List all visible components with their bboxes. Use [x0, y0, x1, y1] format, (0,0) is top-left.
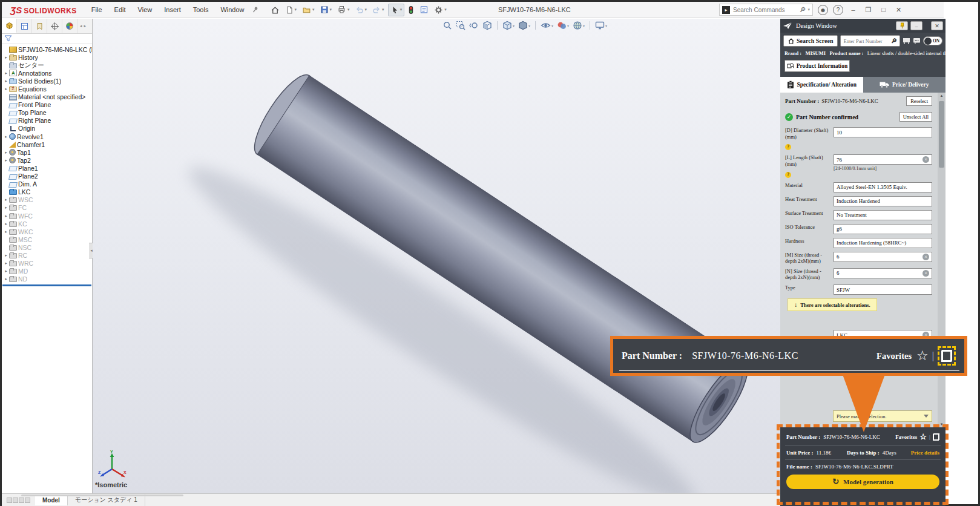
new-document-button[interactable]: ▾: [283, 4, 299, 16]
bookmark-board-icon[interactable]: [903, 38, 910, 45]
section-view-icon[interactable]: [482, 21, 492, 30]
reselect-button[interactable]: Reselect: [906, 96, 932, 106]
expand-arrow-icon[interactable]: ▸: [3, 150, 9, 155]
tree-item-plane2[interactable]: Plane2: [2, 172, 92, 180]
search-icon[interactable]: 🔎︎: [891, 38, 897, 44]
field-input[interactable]: Alloyed Steel-EN 1.3505 Equiv.: [834, 182, 932, 192]
callout-copy-icon[interactable]: [941, 350, 952, 362]
tab-configuration-manager[interactable]: [32, 19, 47, 33]
field-input[interactable]: 76×: [834, 154, 932, 165]
clear-icon[interactable]: ×: [922, 270, 929, 277]
edit-appearance-icon[interactable]: ▾: [557, 21, 569, 30]
search-screen-button[interactable]: Search Screen: [783, 35, 838, 47]
tree-item-origin[interactable]: Origin: [2, 125, 92, 133]
menu-edit[interactable]: Edit: [110, 4, 131, 15]
tree-item-nd[interactable]: ▸ND: [2, 275, 92, 283]
tree-item-[interactable]: センター: [2, 61, 92, 69]
panel-pin-button[interactable]: [896, 21, 908, 30]
expand-arrow-icon[interactable]: ▸: [3, 158, 9, 163]
apply-scene-icon[interactable]: ▾: [573, 21, 585, 30]
tab-scroll-left-icon[interactable]: ◂: [80, 24, 82, 28]
tree-item-wsc[interactable]: ▸WSC: [2, 196, 92, 204]
help-icon[interactable]: ?: [833, 5, 843, 15]
search-icon[interactable]: 🔎︎: [799, 6, 806, 13]
tree-item-history[interactable]: ▸History: [2, 53, 92, 61]
product-information-button[interactable]: Product Information: [784, 60, 850, 72]
split-controls[interactable]: [7, 498, 30, 503]
select-cursor-button[interactable]: ▾: [388, 4, 405, 16]
graphics-viewport[interactable]: ▾ ▾ ▾ ▾ ▾ ▾ Y X Z *Isometric: [93, 19, 780, 493]
expand-arrow-icon[interactable]: ▸: [3, 222, 9, 226]
home-button[interactable]: [269, 4, 281, 16]
tree-item-kc[interactable]: ▸KC: [2, 220, 92, 228]
print-button[interactable]: ▾: [335, 4, 352, 16]
field-input[interactable]: SFJW: [834, 284, 932, 295]
previous-view-icon[interactable]: [469, 21, 479, 30]
tree-item-sfjw10-76-m6-n6-lkc-default-def[interactable]: SFJW10-76-M6-N6-LKC (Default) <<Def: [2, 45, 92, 53]
tree-item-wrc[interactable]: ▸WRC: [2, 260, 92, 268]
display-style-icon[interactable]: ▾: [518, 21, 530, 30]
tree-filter-row[interactable]: [2, 34, 92, 44]
panel-close-button[interactable]: ✕: [931, 21, 943, 30]
expand-arrow-icon[interactable]: ▸: [3, 214, 9, 218]
expand-arrow-icon[interactable]: ▸: [3, 134, 9, 139]
redo-button[interactable]: ▾: [370, 4, 386, 16]
field-input[interactable]: Induction Hardened: [834, 196, 932, 206]
tree-item-top-plane[interactable]: Top Plane: [2, 109, 92, 117]
zoom-area-icon[interactable]: [456, 21, 465, 30]
hide-show-items-icon[interactable]: ▾: [541, 21, 553, 30]
command-search[interactable]: ▸ 🔎︎ ▾: [719, 4, 813, 16]
close-button[interactable]: ✕: [893, 5, 904, 15]
tree-item-solid-bodies-1[interactable]: ▸Solid Bodies(1): [2, 77, 92, 85]
rollback-bar[interactable]: [2, 284, 91, 286]
zoom-fit-icon[interactable]: [442, 21, 452, 30]
tab-display-manager[interactable]: [62, 19, 77, 33]
tab-scroll-right-icon[interactable]: ▸: [84, 24, 87, 28]
selection-filter-button[interactable]: [406, 4, 416, 16]
undo-button[interactable]: ▾: [354, 4, 369, 16]
clear-icon[interactable]: ×: [922, 156, 929, 163]
field-input[interactable]: No Treatment: [834, 210, 932, 220]
tree-item-lkc[interactable]: LKC: [2, 188, 92, 196]
tab-feature-tree[interactable]: [2, 19, 17, 33]
tree-item-wfc[interactable]: ▸WFC: [2, 212, 92, 220]
options-gear-button[interactable]: ▾: [432, 4, 449, 16]
open-document-button[interactable]: ▾: [300, 4, 317, 16]
account-icon[interactable]: ☻: [818, 5, 828, 15]
tree-item-tap2[interactable]: ▸Tap2: [2, 156, 92, 164]
tree-item-rc[interactable]: ▸RC: [2, 251, 92, 259]
expand-arrow-icon[interactable]: ▸: [3, 229, 9, 234]
field-input[interactable]: Induction Hardening (58HRC~): [834, 238, 932, 248]
field-input[interactable]: 10: [834, 127, 932, 137]
tree-item-chamfer1[interactable]: Chamfer1: [2, 140, 92, 148]
panel-on-toggle[interactable]: ON: [923, 36, 942, 45]
menu-window[interactable]: Window: [215, 4, 249, 15]
help-icon[interactable]: ?: [785, 144, 791, 150]
unselect-all-button[interactable]: Unselect All: [899, 112, 932, 122]
field-input[interactable]: 6×: [834, 268, 932, 278]
shaft-3d-model[interactable]: [93, 19, 780, 493]
callout-copy-highlight[interactable]: [938, 346, 956, 366]
search-dropdown-icon[interactable]: ▾: [807, 7, 810, 12]
scrollbar-thumb[interactable]: [939, 101, 944, 168]
field-input[interactable]: g6: [834, 224, 932, 234]
command-search-input[interactable]: [733, 7, 799, 13]
tree-item-equations[interactable]: ▸Equations: [2, 85, 92, 93]
menu-view[interactable]: View: [133, 4, 157, 15]
tree-item-revolve1[interactable]: ▸Revolve1: [2, 133, 92, 140]
expand-arrow-icon[interactable]: ▸: [3, 55, 9, 60]
maximize-button[interactable]: □: [878, 5, 889, 15]
tree-item-fc[interactable]: ▸FC: [2, 204, 92, 212]
tree-item-tap1[interactable]: ▸Tap1: [2, 148, 92, 156]
expand-arrow-icon[interactable]: ▸: [3, 269, 9, 274]
tab-specification-alteration[interactable]: Specification/ Alteration: [780, 77, 863, 93]
tree-item-right-plane[interactable]: Right Plane: [2, 117, 92, 125]
tree-item-wkc[interactable]: ▸WKC: [2, 228, 92, 235]
expand-arrow-icon[interactable]: ▸: [3, 261, 9, 266]
view-orientation-icon[interactable]: ▾: [502, 21, 515, 30]
tree-item-annotations[interactable]: ▸Annotations: [2, 69, 92, 77]
tab-price-delivery[interactable]: Price/ Delivery: [863, 77, 946, 93]
tree-item-plane1[interactable]: Plane1: [2, 164, 92, 172]
expand-arrow-icon[interactable]: ▸: [3, 87, 9, 91]
view-settings-icon[interactable]: ▾: [595, 21, 607, 30]
